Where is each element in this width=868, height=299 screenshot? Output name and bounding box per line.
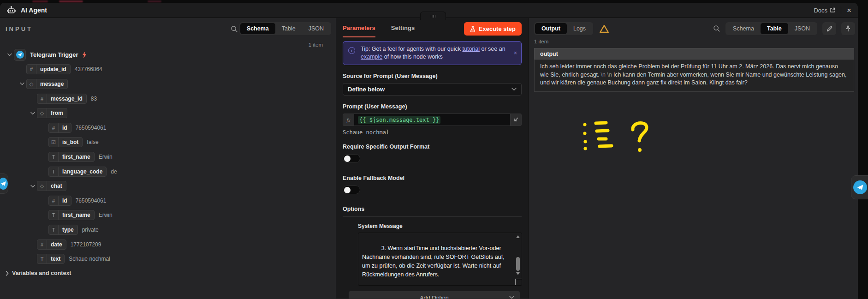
field-chip[interactable]: T type [48, 225, 78, 235]
chevron-down-icon[interactable] [18, 82, 26, 85]
field-type-icon: ◇ [27, 79, 36, 89]
field-type-icon: T [49, 167, 59, 176]
input-tab-table[interactable]: Table [275, 23, 302, 34]
field-chip[interactable]: ◇ message [26, 79, 68, 89]
node-title: AI Agent [21, 6, 47, 14]
input-panel: INPUT Schema Table JSON 1 item [0, 18, 336, 299]
input-tab-json[interactable]: JSON [302, 23, 330, 34]
tree-row[interactable]: T type private [0, 222, 336, 237]
tree-row[interactable]: ☑ is_bot false [0, 135, 336, 150]
edit-output-button[interactable] [822, 22, 836, 35]
field-type-icon: ◇ [37, 108, 47, 118]
docs-link[interactable]: Docs [814, 7, 835, 14]
field-chip[interactable]: T first_name [48, 152, 95, 162]
field-value: 1772107209 [71, 241, 101, 248]
tip-close-icon[interactable]: × [514, 49, 517, 57]
output-search-icon[interactable] [713, 25, 720, 32]
tree-row[interactable]: # id 7650594061 [0, 193, 336, 208]
prompt-label: Prompt (User Message) [343, 103, 522, 110]
tree-row[interactable]: T first_name Erwin [0, 150, 336, 164]
expression-preview: Schaue nochmal [343, 129, 522, 136]
tree-row[interactable]: # id 7650594061 [0, 120, 336, 135]
scroll-up-arrow[interactable] [516, 235, 520, 238]
tree-row[interactable]: ◇ message [0, 77, 336, 91]
tree-row[interactable]: # message_id 83 [0, 91, 336, 106]
output-cell[interactable]: Ich seh leider immer noch das gleiche Pr… [534, 60, 854, 92]
field-value: private [82, 227, 99, 233]
textarea-scrollbar[interactable] [515, 234, 521, 284]
pin-data-button[interactable] [841, 22, 855, 35]
field-value: false [87, 139, 98, 145]
tab-settings[interactable]: Settings [391, 24, 415, 37]
field-chip[interactable]: # id [48, 123, 71, 133]
canvas-smudge [59, 0, 83, 2]
output-tab-json[interactable]: JSON [788, 23, 816, 34]
pin-icon [845, 25, 851, 32]
variables-context-toggle[interactable]: Variables and context [6, 270, 71, 276]
field-chip[interactable]: ◇ from [37, 108, 67, 118]
output-tab-table[interactable]: Table [761, 23, 788, 34]
field-type-icon: # [27, 65, 36, 74]
input-search-icon[interactable] [231, 25, 238, 33]
header-divider [841, 6, 841, 14]
prompt-expression-input[interactable]: {{ $json.message.text }} [354, 114, 511, 126]
textarea-resize-grip[interactable] [515, 279, 522, 285]
field-chip[interactable]: ☑ is_bot [48, 137, 83, 147]
warning-triangle-icon[interactable] [599, 24, 609, 33]
tab-logs[interactable]: Logs [567, 23, 592, 34]
tree-row[interactable]: T first_name Erwin [0, 208, 336, 223]
chevron-down-icon[interactable] [29, 185, 37, 188]
field-value: 437766864 [75, 66, 102, 72]
tree-row[interactable]: ◇ chat [0, 179, 336, 193]
fallback-toggle[interactable] [343, 185, 360, 194]
field-chip[interactable]: T text [37, 254, 65, 264]
robot-icon [6, 6, 16, 15]
tree-row-root[interactable]: Telegram Trigger [0, 48, 336, 62]
output-item-count: 1 item [534, 39, 858, 44]
system-message-textarea[interactable]: 3. Wenn startTime und buchstabierter Vor… [358, 233, 522, 286]
scrollbar-thumb[interactable] [516, 257, 520, 271]
output-node-shortcut[interactable] [851, 175, 868, 199]
tab-parameters[interactable]: Parameters [343, 24, 375, 37]
field-chip[interactable]: T language_code [48, 167, 107, 177]
field-key: date [47, 241, 66, 248]
field-key: chat [47, 183, 66, 189]
close-icon[interactable]: × [847, 6, 851, 14]
chevron-down-icon[interactable] [6, 53, 14, 56]
field-key: id [59, 125, 71, 131]
output-tab-schema[interactable]: Schema [726, 23, 761, 34]
execute-step-button[interactable]: Execute step [464, 22, 522, 36]
example-link[interactable]: example [361, 54, 382, 60]
fallback-label: Enable Fallback Model [343, 175, 522, 181]
tree-row[interactable]: T text Schaue nochmal [0, 251, 336, 266]
add-option-button[interactable]: Add Option [349, 291, 520, 299]
external-link-icon [830, 7, 835, 13]
field-chip[interactable]: ◇ chat [37, 181, 66, 191]
field-chip[interactable]: # date [37, 239, 66, 250]
field-chip[interactable]: # update_id [26, 64, 71, 74]
field-chip[interactable]: # message_id [37, 94, 87, 104]
field-chip[interactable]: # id [48, 196, 71, 206]
input-node-shortcut[interactable] [0, 173, 8, 194]
tree-row[interactable]: ◇ from [0, 106, 336, 120]
chevron-down-icon[interactable] [29, 112, 37, 115]
tab-output[interactable]: Output [535, 23, 567, 34]
tree-row[interactable]: # update_id 437766864 [0, 62, 336, 77]
field-value: 7650594061 [76, 197, 107, 204]
open-expression-editor-icon[interactable] [511, 114, 522, 126]
tree-row[interactable]: # date 1772107209 [0, 237, 336, 252]
output-logs-tabs: Output Logs [534, 22, 593, 35]
field-type-icon: T [49, 225, 59, 234]
tutorial-link[interactable]: tutorial [462, 46, 480, 52]
source-prompt-select[interactable]: Define below [343, 83, 522, 96]
field-key: language_code [59, 168, 106, 175]
field-type-icon: T [49, 152, 59, 161]
field-key: update_id [36, 66, 70, 72]
field-chip[interactable]: T first_name [48, 210, 95, 220]
scroll-down-arrow[interactable] [516, 272, 520, 275]
input-tab-schema[interactable]: Schema [240, 23, 275, 34]
field-type-icon: ☑ [49, 138, 59, 147]
tree-row[interactable]: T language_code de [0, 164, 336, 179]
field-type-icon: T [49, 210, 59, 220]
require-format-toggle[interactable] [343, 154, 360, 163]
